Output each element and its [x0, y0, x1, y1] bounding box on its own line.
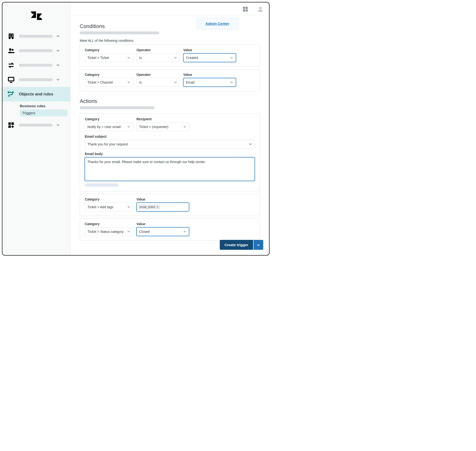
sidebar-item-4[interactable] [2, 72, 70, 87]
cond1-category-select[interactable]: Ticket > Ticket [85, 53, 133, 62]
label-value: Value [183, 48, 236, 52]
sidebar-item-3[interactable] [2, 58, 70, 72]
apps-grid-icon[interactable] [242, 6, 249, 13]
chevron-down-icon [127, 205, 130, 209]
svg-rect-4 [12, 36, 13, 37]
monitor-icon [7, 75, 15, 84]
chevron-down-icon [183, 125, 186, 129]
label-recipient: Recipient [136, 117, 189, 121]
svg-rect-5 [11, 37, 12, 39]
chevron-down-icon [56, 123, 60, 128]
cond2-category-value: Ticket > Channel [87, 80, 113, 84]
chevron-down-icon [56, 63, 60, 68]
label-operator: Operator [136, 48, 180, 52]
label-value: Value [136, 197, 189, 201]
action-card-status: Category Ticket > Status category Value … [80, 218, 260, 241]
email-body-textarea[interactable]: Thanks for your email. Please make sure … [85, 157, 255, 181]
apps-add-icon [7, 121, 15, 129]
chevron-down-icon [249, 142, 252, 146]
chevron-down-icon [56, 34, 60, 39]
cond1-operator-select[interactable]: Is [136, 53, 180, 62]
label-value: Value [136, 222, 189, 226]
action-card-notify: Category Notify by > User email Recipien… [80, 114, 260, 191]
tag-text: email_ticket [140, 205, 155, 209]
tag-chip: email_ticket ✕ [138, 205, 160, 209]
people-icon [7, 46, 15, 55]
svg-rect-1 [10, 35, 11, 36]
email-subject-value: Thank you for your request [87, 142, 128, 146]
condition-card-1: Category Ticket > Ticket Operator Is [80, 44, 260, 67]
nav-label-active: Objects and rules [19, 92, 66, 97]
user-icon[interactable] [257, 6, 264, 13]
nav: Objects and rules Business rules Trigger… [2, 29, 70, 132]
sidebar: Objects and rules Business rules Trigger… [2, 2, 71, 255]
tags-category-value: Ticket > Add tags [87, 205, 113, 209]
workflow-icon [7, 90, 15, 99]
sidebar-item-objects-rules[interactable]: Objects and rules [2, 87, 70, 101]
notify-recipient-select[interactable]: Ticket > (requester) [136, 122, 189, 131]
building-icon [7, 32, 15, 41]
svg-rect-11 [11, 122, 14, 125]
svg-rect-8 [8, 77, 14, 81]
label-email-subject: Email subject [85, 135, 255, 138]
cond2-value-value: Email [186, 80, 194, 84]
notify-category-value: Notify by > User email [87, 125, 121, 129]
footer: Create trigger [220, 240, 263, 250]
cond2-category-select[interactable]: Ticket > Channel [85, 78, 133, 87]
nav-placeholder [19, 124, 53, 127]
actions-title: Actions [80, 98, 260, 104]
notify-category-select[interactable]: Notify by > User email [85, 122, 133, 131]
transfer-icon [7, 61, 15, 70]
sidebar-item-1[interactable] [2, 29, 70, 43]
tags-category-select[interactable]: Ticket > Add tags [85, 203, 133, 211]
topbar [71, 2, 269, 16]
label-category: Category [85, 222, 133, 226]
chevron-down-icon [56, 78, 60, 82]
chevron-down-icon [174, 80, 177, 85]
chevron-down-icon [127, 230, 130, 234]
chevron-down-icon [174, 56, 177, 60]
notify-recipient-value: Ticket > (requester) [139, 125, 168, 129]
nav-placeholder [19, 35, 53, 38]
logo [2, 2, 70, 29]
sidebar-item-2[interactable] [2, 43, 70, 58]
chevron-down-icon [127, 125, 130, 129]
create-trigger-split-button[interactable] [254, 240, 263, 250]
svg-rect-15 [243, 9, 245, 12]
status-value-select[interactable]: Closed [136, 227, 189, 236]
cond1-value-select[interactable]: Created [183, 53, 236, 62]
actions-desc-placeholder [80, 106, 155, 109]
breadcrumb-popover: Admin Center [197, 18, 238, 29]
chevron-down-icon [127, 56, 130, 60]
action-extra-placeholder [85, 183, 119, 187]
status-category-select[interactable]: Ticket > Status category [85, 227, 133, 236]
label-category: Category [85, 117, 133, 121]
action-card-tags: Category Ticket > Add tags Value email_t… [80, 194, 260, 216]
create-trigger-button[interactable]: Create trigger [220, 240, 253, 250]
svg-point-6 [9, 48, 11, 51]
main: Admin Center Conditions Meet ALL of the … [71, 2, 269, 255]
cond2-value-select[interactable]: Email [183, 78, 236, 87]
status-category-value: Ticket > Status category [87, 230, 124, 234]
nav-placeholder [19, 49, 53, 52]
svg-rect-10 [8, 122, 11, 125]
subnav-item-triggers[interactable]: Triggers [20, 109, 67, 116]
status-value-value: Closed [139, 230, 150, 234]
svg-rect-13 [243, 7, 245, 9]
cond1-category-value: Ticket > Ticket [87, 56, 109, 60]
svg-point-17 [259, 7, 262, 9]
cond2-operator-select[interactable]: Is [136, 78, 180, 87]
svg-rect-2 [12, 35, 13, 36]
tags-value-input[interactable]: email_ticket ✕ [136, 203, 189, 211]
svg-rect-3 [10, 36, 11, 37]
label-operator: Operator [136, 73, 180, 77]
email-subject-input[interactable]: Thank you for your request [85, 140, 255, 149]
sidebar-item-6[interactable] [2, 118, 70, 132]
label-category: Category [85, 48, 133, 52]
label-category: Category [85, 197, 133, 201]
tag-remove-icon[interactable]: ✕ [156, 205, 159, 209]
svg-rect-16 [246, 9, 248, 12]
chevron-down-icon [230, 80, 233, 85]
breadcrumb-link[interactable]: Admin Center [206, 21, 229, 26]
cond1-value-value: Created [186, 56, 198, 60]
